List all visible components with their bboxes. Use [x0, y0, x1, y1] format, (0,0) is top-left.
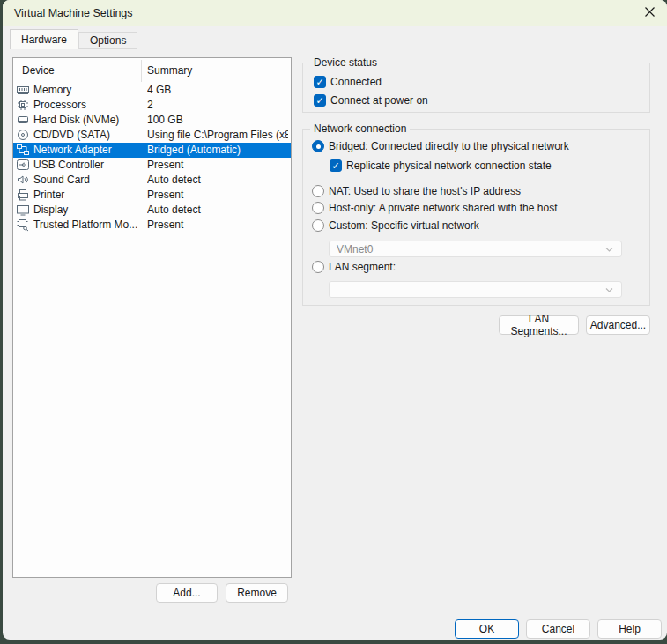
custom-network-dropdown: VMnet0: [329, 241, 622, 257]
lan-segments-button[interactable]: LAN Segments...: [499, 315, 579, 335]
tab-options-label: Options: [90, 34, 126, 47]
bridged-label[interactable]: Bridged: Connected directly to the physi…: [329, 140, 569, 152]
cd-dvd-icon: [16, 128, 30, 142]
advanced-button[interactable]: Advanced...: [586, 315, 650, 335]
device-row-processors[interactable]: Processors 2: [13, 98, 291, 113]
connected-checkbox-row[interactable]: Connected: [314, 75, 382, 89]
connect-at-power-on-label[interactable]: Connect at power on: [330, 94, 428, 107]
device-row-display[interactable]: Display Auto detect: [13, 203, 291, 218]
column-header-summary[interactable]: Summary: [147, 64, 192, 77]
connected-label[interactable]: Connected: [330, 76, 382, 88]
lan-segment-radio-row[interactable]: LAN segment:: [312, 260, 396, 274]
device-row-sound-card[interactable]: Sound Card Auto detect: [13, 173, 291, 188]
tab-options[interactable]: Options: [78, 32, 137, 49]
device-summary: Auto detect: [147, 204, 288, 216]
device-row-hard-disk[interactable]: Hard Disk (NVMe) 100 GB: [13, 113, 291, 128]
custom-radio-row[interactable]: Custom: Specific virtual network: [312, 218, 479, 233]
network-adapter-icon: [16, 143, 30, 157]
cancel-button[interactable]: Cancel: [526, 619, 590, 639]
window-title: Virtual Machine Settings: [14, 0, 133, 26]
processors-icon: [16, 98, 30, 112]
device-summary: 100 GB: [147, 114, 288, 126]
replicate-checkbox[interactable]: [330, 159, 342, 172]
custom-network-dropdown-value: VMnet0: [337, 243, 373, 255]
printer-icon: [16, 188, 30, 202]
lan-segment-label[interactable]: LAN segment:: [329, 261, 396, 273]
device-status-group: Device status Connected Connect at power…: [302, 63, 650, 113]
device-row-network-adapter[interactable]: Network Adapter Bridged (Automatic): [13, 143, 291, 158]
device-list-header: Device Summary: [13, 58, 291, 83]
device-summary: Present: [147, 189, 288, 201]
hard-disk-icon: [16, 113, 30, 127]
bridged-radio[interactable]: [312, 140, 324, 152]
device-name: Network Adapter: [33, 144, 112, 156]
connected-checkbox[interactable]: [314, 76, 326, 88]
device-summary: 2: [147, 99, 288, 111]
device-name: Printer: [33, 189, 64, 201]
device-row-printer[interactable]: Printer Present: [13, 188, 291, 203]
titlebar: Virtual Machine Settings: [3, 0, 667, 26]
device-summary: Using file C:\Program Files (x8...: [147, 129, 288, 141]
connect-at-power-on-checkbox-row[interactable]: Connect at power on: [314, 93, 428, 107]
help-button[interactable]: Help: [597, 619, 662, 639]
device-name: USB Controller: [33, 159, 104, 171]
replicate-checkbox-row[interactable]: Replicate physical network connection st…: [330, 159, 552, 173]
column-divider[interactable]: [141, 60, 142, 82]
close-icon: [644, 5, 656, 21]
tpm-icon: [16, 218, 30, 232]
device-row-cd-dvd[interactable]: CD/DVD (SATA) Using file C:\Program File…: [13, 128, 291, 143]
replicate-label[interactable]: Replicate physical network connection st…: [346, 159, 552, 172]
network-connection-group: Network connection Bridged: Connected di…: [302, 129, 650, 306]
device-name: Display: [33, 204, 68, 216]
device-summary: 4 GB: [147, 84, 288, 96]
lan-segment-dropdown: [329, 281, 622, 298]
host-only-radio-row[interactable]: Host-only: A private network shared with…: [312, 201, 557, 215]
device-name: Hard Disk (NVMe): [33, 114, 119, 126]
usb-controller-icon: [16, 158, 30, 172]
host-only-radio[interactable]: [312, 202, 324, 214]
close-button[interactable]: [639, 3, 660, 24]
device-name: Memory: [33, 84, 71, 96]
tab-hardware[interactable]: Hardware: [10, 29, 78, 49]
device-row-memory[interactable]: Memory 4 GB: [13, 83, 291, 98]
ok-button[interactable]: OK: [455, 619, 519, 639]
column-header-device[interactable]: Device: [22, 64, 55, 77]
device-summary: Present: [147, 159, 288, 171]
custom-label[interactable]: Custom: Specific virtual network: [329, 219, 479, 232]
device-name: CD/DVD (SATA): [33, 129, 110, 141]
tab-strip: Hardware Options: [10, 29, 137, 49]
device-summary: Bridged (Automatic): [147, 144, 288, 156]
nat-label[interactable]: NAT: Used to share the host's IP address: [329, 185, 521, 197]
device-name: Sound Card: [33, 174, 90, 186]
device-name: Processors: [33, 99, 86, 111]
host-only-label[interactable]: Host-only: A private network shared with…: [329, 202, 557, 214]
virtual-machine-settings-dialog: Virtual Machine Settings Hardware Option…: [3, 0, 667, 640]
custom-radio[interactable]: [312, 219, 324, 232]
device-row-trusted-platform-module[interactable]: Trusted Platform Mo... Present: [13, 218, 291, 233]
display-icon: [16, 203, 30, 217]
remove-button[interactable]: Remove: [226, 583, 288, 603]
device-row-usb-controller[interactable]: USB Controller Present: [13, 158, 291, 173]
lan-segment-radio[interactable]: [312, 261, 324, 273]
connect-at-power-on-checkbox[interactable]: [314, 94, 326, 107]
device-list: Device Summary Memory 4 GB Processors 2 …: [12, 57, 292, 578]
sound-card-icon: [16, 173, 30, 187]
nat-radio[interactable]: [312, 185, 324, 197]
bridged-radio-row[interactable]: Bridged: Connected directly to the physi…: [312, 139, 569, 153]
device-name: Trusted Platform Mo...: [33, 218, 137, 231]
device-summary: Present: [147, 218, 288, 231]
network-connection-legend: Network connection: [310, 122, 410, 135]
chevron-down-icon: [604, 245, 614, 255]
device-rows: Memory 4 GB Processors 2 Hard Disk (NVMe…: [13, 83, 291, 233]
tab-hardware-label: Hardware: [21, 33, 67, 46]
nat-radio-row[interactable]: NAT: Used to share the host's IP address: [312, 184, 521, 198]
chevron-down-icon: [604, 285, 614, 295]
memory-icon: [16, 83, 30, 97]
add-button[interactable]: Add...: [156, 583, 218, 603]
device-status-legend: Device status: [310, 56, 381, 69]
device-summary: Auto detect: [147, 174, 288, 186]
